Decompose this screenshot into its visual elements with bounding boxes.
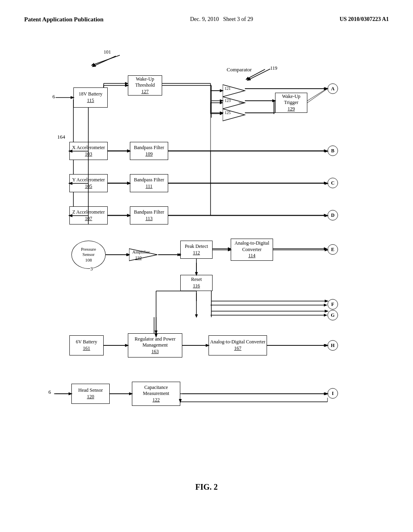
output-A: A xyxy=(327,83,338,94)
battery-6v-box: 6V Battery 161 xyxy=(69,335,104,355)
header: Patent Application Publication Dec. 9, 2… xyxy=(24,16,389,23)
peak-detect-box: Peak Detect 112 xyxy=(180,241,213,259)
output-B: B xyxy=(327,145,338,156)
y-accel-box: Y Accelerometer 105 xyxy=(69,174,108,192)
adc-167-box: Analog-to-Digital Converter 167 xyxy=(209,335,267,355)
svg-text:110: 110 xyxy=(135,255,142,260)
diagram-area: 101 119 Comparator Wake-Up Threshold 127… xyxy=(25,35,388,478)
capacitance-box: Capacitance Measurement 122 xyxy=(132,382,180,406)
svg-text:125: 125 xyxy=(225,110,231,115)
comparator-125: 125 xyxy=(223,107,247,123)
svg-line-56 xyxy=(93,56,116,66)
publication-date: Dec. 9, 2010 Sheet 3 of 29 xyxy=(190,16,253,23)
wakeup-threshold-box: Wake-Up Threshold 127 xyxy=(128,75,162,96)
ref-164: 164 xyxy=(57,134,65,140)
ref-101: 101 xyxy=(104,49,111,55)
output-I: I xyxy=(327,388,338,399)
output-H: H xyxy=(327,340,338,351)
battery-18v-box: 18V Battery 115 xyxy=(73,87,108,108)
head-sensor-box: Head Sensor 120 xyxy=(71,384,110,404)
amplifier: Amplifier 110 xyxy=(129,245,159,265)
ref-3: 3 xyxy=(90,266,93,272)
output-D: D xyxy=(327,210,338,220)
wakeup-trigger-box: Wake-Up Trigger 129 xyxy=(275,93,307,113)
adc-114-box: Analog-to-Digital Converter 114 xyxy=(231,239,273,261)
ref-6-bottom: 6 xyxy=(48,389,51,395)
bandpass-113-box: Bandpass Filter 113 xyxy=(130,206,168,224)
comparator-label: Comparator xyxy=(227,66,252,73)
page: Patent Application Publication Dec. 9, 2… xyxy=(0,0,413,532)
pressure-sensor: Pressure Sensor 108 xyxy=(71,241,106,269)
figure-caption: FIG. 2 xyxy=(24,482,389,492)
output-E: E xyxy=(327,244,338,255)
regulator-box: Regulator and Power Management 163 xyxy=(128,333,182,357)
output-C: C xyxy=(327,178,338,188)
publication-title: Patent Application Publication xyxy=(24,16,104,23)
ref-119: 119 xyxy=(270,65,277,71)
output-G: G xyxy=(327,310,338,320)
svg-text:Amplifier: Amplifier xyxy=(132,249,150,254)
z-accel-box: Z Accelerometer 107 xyxy=(69,206,108,224)
reset-box: Reset 116 xyxy=(180,275,213,291)
bandpass-111-box: Bandpass Filter 111 xyxy=(130,174,168,192)
ref-6-top: 6 xyxy=(52,94,55,100)
bandpass-109-box: Bandpass Filter 109 xyxy=(130,142,168,160)
output-F: F xyxy=(327,299,338,310)
x-accel-box: X Accelerometer 103 xyxy=(69,142,108,160)
svg-line-74 xyxy=(307,89,327,103)
svg-line-14 xyxy=(307,89,327,101)
patent-number: US 2010/0307223 A1 xyxy=(340,16,389,23)
svg-text:121: 121 xyxy=(225,86,231,91)
svg-text:123: 123 xyxy=(225,98,231,103)
svg-line-0 xyxy=(92,55,120,65)
